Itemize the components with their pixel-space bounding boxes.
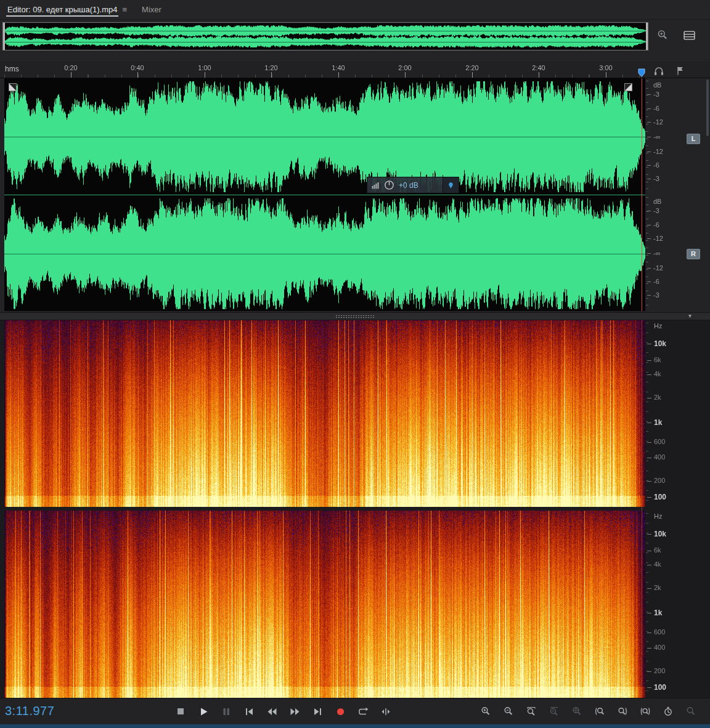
fade-out-handle[interactable]	[624, 83, 632, 91]
tab-editor[interactable]: Editor: 09. едет крыша(1).mp4 ≡	[0, 0, 134, 19]
waveform-spectral-splitter[interactable]: ▾	[0, 312, 710, 320]
ruler-tick-label: 2:00	[398, 64, 411, 71]
ruler-tick-track[interactable]: 0:20 0:40 1:00 1:20 1:40 2:00 2:20 2:40 …	[0, 62, 646, 78]
bottom-accent-strip	[0, 724, 710, 728]
ruler-major-tick: 1:00	[205, 62, 205, 78]
zoom-selection-edges-button[interactable]	[636, 703, 655, 720]
spectral-panel: Hz 10k 6k 4k 2k 1k 600 400 200 100 Hz 10…	[0, 320, 710, 698]
skip-selection-icon	[381, 707, 391, 716]
hz-tick-label: 2k	[654, 394, 661, 401]
vertical-scrollbar-thumb[interactable]	[706, 79, 709, 136]
marker-button[interactable]	[674, 64, 686, 76]
zoom-amplitude-button[interactable]	[568, 703, 586, 720]
spectrogram-left-canvas[interactable]	[4, 320, 645, 507]
zoom-in-left-edge-button[interactable]	[590, 703, 609, 720]
hz-tick-label: 2k	[654, 584, 661, 591]
ruler-tick-label: 0:20	[64, 64, 77, 71]
db-tick-label: -∞	[653, 133, 661, 140]
fast-forward-button[interactable]	[285, 703, 304, 720]
ruler-major-tick: 1:40	[338, 62, 339, 78]
zoom-in-right-edge-button[interactable]	[613, 703, 632, 720]
loop-icon	[358, 707, 369, 716]
ruler-tick-label: 1:20	[264, 64, 277, 71]
file-overview-strip[interactable]	[2, 22, 648, 51]
db-tick-label: -6	[653, 221, 659, 229]
hud-pin-button[interactable]	[443, 177, 459, 193]
zoom-in-time-button[interactable]	[476, 703, 495, 720]
db-tick-label: -6	[653, 278, 659, 285]
main-waveform-canvas[interactable]	[4, 78, 645, 311]
timer-button[interactable]	[659, 703, 677, 720]
hz-tick-label: 1k	[654, 418, 662, 427]
marker-flag-icon	[675, 65, 685, 76]
db-tick-label: -12	[653, 118, 663, 126]
db-tick-label: -6	[653, 105, 659, 112]
overview-left-handle[interactable]	[3, 23, 5, 50]
pin-icon	[447, 181, 455, 190]
monitor-button[interactable]	[652, 64, 666, 76]
reset-zoom-button[interactable]	[682, 703, 700, 720]
overview-waveform-canvas[interactable]	[4, 24, 647, 49]
timer-clock-icon	[663, 706, 673, 716]
channel-left-button[interactable]: L	[687, 134, 700, 144]
rewind-button[interactable]	[263, 703, 281, 720]
zoom-out-full-button[interactable]	[545, 703, 563, 720]
mixer-tab-label: Mixer	[142, 5, 161, 14]
skip-to-end-button[interactable]	[308, 703, 327, 720]
play-icon	[199, 707, 208, 716]
stop-icon	[176, 707, 185, 716]
loop-playback-button[interactable]	[354, 703, 372, 720]
zoom-to-selection-button[interactable]	[522, 703, 541, 720]
ruler-unit-label: hms	[5, 65, 19, 73]
db-tick-label: -∞	[653, 249, 661, 257]
record-button[interactable]	[331, 703, 349, 720]
hz-tick-label: 6k	[654, 356, 661, 363]
skip-selection-button[interactable]	[377, 703, 395, 720]
spectrogram-right-canvas[interactable]	[4, 511, 645, 698]
panel-menu-icon[interactable]: ≡	[122, 5, 127, 14]
editor-tab-label: Editor: 09. едет крыша(1).mp4	[7, 5, 117, 14]
ruler-tick-label: 1:40	[332, 64, 345, 71]
ruler-major-tick: 1:20	[271, 62, 272, 78]
db-tick-label: -6	[653, 161, 659, 169]
overview-right-handle[interactable]	[646, 23, 648, 50]
db-tick-label: -12	[653, 235, 663, 242]
editor-layout-button[interactable]	[682, 28, 696, 42]
db-tick-label: -3	[653, 207, 659, 214]
channel-right-button[interactable]: R	[687, 249, 700, 259]
rewind-icon	[267, 707, 277, 716]
zoom-in-icon	[481, 706, 491, 716]
ruler-major-tick: 3:00	[606, 62, 606, 78]
zoom-out-icon	[504, 706, 513, 716]
hz-tick-label: 100	[654, 493, 666, 501]
ruler-tick-label: 3:00	[599, 64, 612, 71]
pause-icon	[222, 707, 231, 716]
ruler-major-tick: 0:40	[137, 62, 138, 78]
hz-tick-label: 1k	[654, 609, 662, 617]
db-unit-label: dB	[653, 198, 661, 205]
hz-unit-label: Hz	[654, 512, 662, 520]
pause-button[interactable]	[217, 703, 235, 720]
splitter-grip-icon[interactable]	[335, 315, 375, 318]
panel-tabbar: Editor: 09. едет крыша(1).mp4 ≡ Mixer	[0, 0, 710, 20]
overview-zoom-button[interactable]	[656, 28, 669, 42]
fade-in-handle[interactable]	[9, 83, 17, 91]
zoom-selection-edges-icon	[640, 706, 650, 716]
zoom-controls	[476, 703, 700, 720]
gain-value-label[interactable]: +0 dB	[399, 181, 418, 190]
volume-hud[interactable]: +0 dB	[367, 177, 459, 193]
zoom-out-full-icon	[549, 706, 559, 716]
gain-knob-icon[interactable]	[384, 180, 394, 190]
stop-button[interactable]	[171, 703, 190, 720]
ruler-major-tick: 0:20	[71, 62, 71, 78]
timeline-ruler[interactable]: 0:20 0:40 1:00 1:20 1:40 2:00 2:20 2:40 …	[0, 62, 710, 78]
hz-tick-label: 4k	[654, 560, 661, 568]
current-time-display[interactable]: 3:11.977	[5, 704, 54, 718]
hz-tick-label: 600	[654, 628, 665, 636]
play-button[interactable]	[194, 703, 213, 720]
collapse-triangle-icon[interactable]: ▾	[688, 312, 692, 319]
skip-to-start-button[interactable]	[240, 703, 258, 720]
tab-mixer[interactable]: Mixer	[134, 0, 169, 19]
ruler-tick-label: 0:40	[131, 64, 144, 71]
zoom-out-time-button[interactable]	[499, 703, 518, 720]
